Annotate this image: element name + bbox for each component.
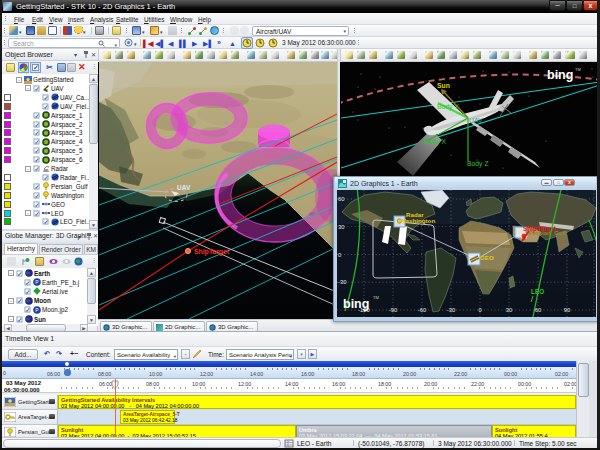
- svg-text:90: 90: [564, 307, 570, 313]
- svg-text:60: 60: [535, 307, 541, 313]
- svg-text:-60: -60: [418, 307, 426, 313]
- svg-text:UAV: UAV: [177, 184, 191, 191]
- svg-text:Sun: Sun: [437, 82, 450, 89]
- svg-text:Body Z: Body Z: [467, 160, 489, 168]
- svg-text:Washington: Washington: [400, 217, 435, 224]
- svg-text:GEO: GEO: [480, 254, 494, 261]
- svg-text:30: 30: [338, 224, 344, 230]
- svg-text:Body X: Body X: [424, 138, 446, 146]
- svg-text:UAV: UAV: [469, 117, 483, 124]
- svg-text:Body Y: Body Y: [437, 103, 459, 111]
- svg-text:-30: -30: [447, 307, 455, 313]
- svg-text:60: 60: [338, 196, 344, 202]
- svg-text:TM: TM: [575, 67, 581, 72]
- svg-text:bing: bing: [343, 297, 369, 311]
- svg-text:-30: -30: [338, 279, 346, 285]
- svg-text:-90: -90: [389, 307, 397, 313]
- svg-text:TM: TM: [373, 295, 379, 300]
- svg-text:0: 0: [478, 307, 481, 313]
- svg-text:30: 30: [506, 307, 512, 313]
- svg-text:LEO: LEO: [531, 288, 544, 295]
- svg-text:0: 0: [338, 252, 341, 258]
- svg-text:ShipTarget: ShipTarget: [194, 248, 230, 256]
- svg-text:bing: bing: [547, 68, 573, 82]
